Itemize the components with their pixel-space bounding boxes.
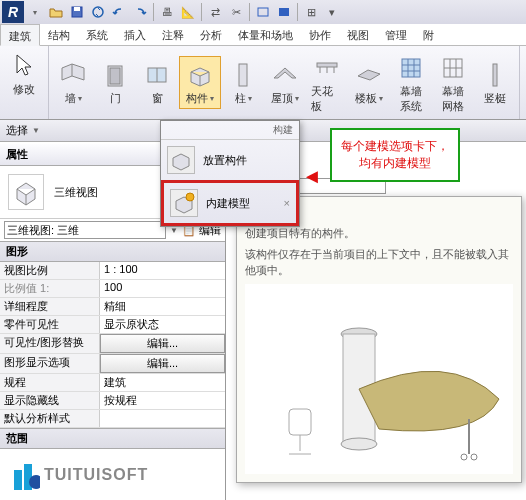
place-component-label: 放置构件 bbox=[203, 153, 247, 168]
tab-view[interactable]: 视图 bbox=[339, 24, 377, 45]
annotation-callout: 每个建模选项卡下， 均有内建模型 bbox=[330, 128, 460, 182]
modify-button[interactable]: 修改 bbox=[4, 48, 44, 99]
sync-icon[interactable] bbox=[88, 2, 108, 22]
type-name: 三维视图 bbox=[54, 185, 98, 200]
command-tooltip: 内建模型 创建项目特有的构件。 该构件仅存在于当前项目的上下文中，且不能被载入其… bbox=[236, 196, 522, 483]
component-icon bbox=[184, 59, 216, 91]
svg-rect-1 bbox=[74, 7, 80, 11]
place-component-icon bbox=[167, 146, 195, 174]
svg-rect-4 bbox=[279, 8, 289, 16]
tab-systems[interactable]: 系统 bbox=[78, 24, 116, 45]
tab-massing-site[interactable]: 体量和场地 bbox=[230, 24, 301, 45]
in-place-model-icon bbox=[170, 189, 198, 217]
svg-point-33 bbox=[461, 454, 467, 460]
svg-point-28 bbox=[186, 193, 194, 201]
prop-scale-value: 比例值 1:100 bbox=[0, 280, 225, 298]
svg-rect-6 bbox=[110, 68, 120, 84]
floor-icon bbox=[353, 59, 385, 91]
close-hidden-icon[interactable] bbox=[274, 2, 294, 22]
callout-arrow-icon: ◄ bbox=[302, 165, 322, 188]
select-label[interactable]: 选择 bbox=[6, 123, 28, 138]
floor-button[interactable]: 楼板▾ bbox=[349, 57, 389, 108]
prop-hidden-lines[interactable]: 显示隐藏线按规程 bbox=[0, 392, 225, 410]
align-icon[interactable]: ⇄ bbox=[205, 2, 225, 22]
tab-analyze[interactable]: 分析 bbox=[192, 24, 230, 45]
watermark: TUITUISOFT bbox=[10, 460, 148, 490]
prop-display-options[interactable]: 图形显示选项编辑... bbox=[0, 354, 225, 374]
curtain-system-button[interactable]: 幕墙 系统 bbox=[391, 50, 431, 116]
tooltip-preview-image bbox=[245, 284, 513, 474]
measure-icon[interactable]: 📐 bbox=[178, 2, 198, 22]
tab-structure[interactable]: 结构 bbox=[40, 24, 78, 45]
tab-insert[interactable]: 插入 bbox=[116, 24, 154, 45]
window-icon bbox=[141, 59, 173, 91]
curtain-grid-icon bbox=[437, 52, 469, 84]
view-instance-field[interactable] bbox=[4, 221, 166, 239]
dropdown-panel-label: 构建 bbox=[273, 123, 293, 137]
prop-visibility-override[interactable]: 可见性/图形替换编辑... bbox=[0, 334, 225, 354]
cursor-icon bbox=[8, 50, 40, 82]
svg-point-34 bbox=[471, 454, 477, 460]
thin-lines-icon[interactable] bbox=[253, 2, 273, 22]
tab-annotate[interactable]: 注释 bbox=[154, 24, 192, 45]
prop-default-style[interactable]: 默认分析样式 bbox=[0, 410, 225, 428]
roof-button[interactable]: 屋顶▾ bbox=[265, 57, 305, 108]
mullion-icon bbox=[479, 59, 511, 91]
tab-addins[interactable]: 附 bbox=[415, 24, 442, 45]
category-graphics[interactable]: 图形 bbox=[0, 241, 225, 262]
save-icon[interactable] bbox=[67, 2, 87, 22]
prop-discipline[interactable]: 规程建筑 bbox=[0, 374, 225, 392]
open-icon[interactable] bbox=[46, 2, 66, 22]
ceiling-button[interactable]: 天花板 bbox=[307, 50, 347, 116]
redo-icon[interactable] bbox=[130, 2, 150, 22]
wall-button[interactable]: 墙▾ bbox=[53, 57, 93, 108]
svg-rect-14 bbox=[402, 59, 420, 77]
component-dropdown: 构建 放置构件 内建模型 × bbox=[160, 120, 300, 227]
ceiling-icon bbox=[311, 52, 343, 84]
app-logo[interactable]: R bbox=[2, 1, 24, 23]
wall-icon bbox=[57, 59, 89, 91]
column-icon bbox=[227, 59, 259, 91]
prop-view-scale[interactable]: 视图比例1 : 100 bbox=[0, 262, 225, 280]
qat-more[interactable]: ▾ bbox=[322, 2, 342, 22]
in-place-model-label: 内建模型 bbox=[206, 196, 250, 211]
svg-rect-10 bbox=[317, 63, 337, 67]
quick-access-toolbar: R ▾ 🖶 📐 ⇄ ✂ ⊞ ▾ bbox=[0, 0, 526, 24]
watermark-text: TUITUISOFT bbox=[44, 466, 148, 484]
svg-rect-23 bbox=[493, 64, 497, 86]
svg-rect-35 bbox=[289, 409, 311, 435]
place-component-item[interactable]: 放置构件 bbox=[161, 140, 299, 180]
prop-detail-level[interactable]: 详细程度精细 bbox=[0, 298, 225, 316]
component-button[interactable]: 构件▾ bbox=[179, 56, 221, 109]
column-button[interactable]: 柱▾ bbox=[223, 57, 263, 108]
prop-parts-visibility[interactable]: 零件可见性显示原状态 bbox=[0, 316, 225, 334]
close-icon[interactable]: × bbox=[284, 197, 290, 209]
roof-icon bbox=[269, 59, 301, 91]
switch-window-icon[interactable]: ⊞ bbox=[301, 2, 321, 22]
ribbon: 修改 墙▾ 门 窗 构件▾ 柱▾ 屋顶▾ 天花板 bbox=[0, 46, 526, 120]
tab-architecture[interactable]: 建筑 bbox=[0, 24, 40, 46]
svg-point-31 bbox=[341, 438, 377, 450]
qat-dropdown[interactable]: ▾ bbox=[25, 2, 45, 22]
category-extents[interactable]: 范围 bbox=[0, 428, 225, 449]
in-place-model-item[interactable]: 内建模型 × bbox=[161, 180, 299, 226]
door-button[interactable]: 门 bbox=[95, 57, 135, 108]
watermark-icon bbox=[10, 460, 40, 490]
tab-manage[interactable]: 管理 bbox=[377, 24, 415, 45]
window-button[interactable]: 窗 bbox=[137, 57, 177, 108]
view3d-icon bbox=[8, 174, 44, 210]
ribbon-tabs: 建筑 结构 系统 插入 注释 分析 体量和场地 协作 视图 管理 附 bbox=[0, 24, 526, 46]
select-dropdown-icon[interactable]: ▼ bbox=[32, 126, 40, 135]
curtain-grid-button[interactable]: 幕墙 网格 bbox=[433, 50, 473, 116]
door-icon bbox=[99, 59, 131, 91]
tooltip-desc2: 该构件仅存在于当前项目的上下文中，且不能被载入其他项中。 bbox=[245, 247, 513, 278]
tab-collaborate[interactable]: 协作 bbox=[301, 24, 339, 45]
trim-icon[interactable]: ✂ bbox=[226, 2, 246, 22]
tooltip-desc1: 创建项目特有的构件。 bbox=[245, 226, 513, 241]
svg-rect-38 bbox=[14, 470, 22, 490]
undo-icon[interactable] bbox=[109, 2, 129, 22]
svg-rect-9 bbox=[239, 64, 247, 86]
curtain-system-icon bbox=[395, 52, 427, 84]
mullion-button[interactable]: 竖梃 bbox=[475, 57, 515, 108]
print-icon[interactable]: 🖶 bbox=[157, 2, 177, 22]
